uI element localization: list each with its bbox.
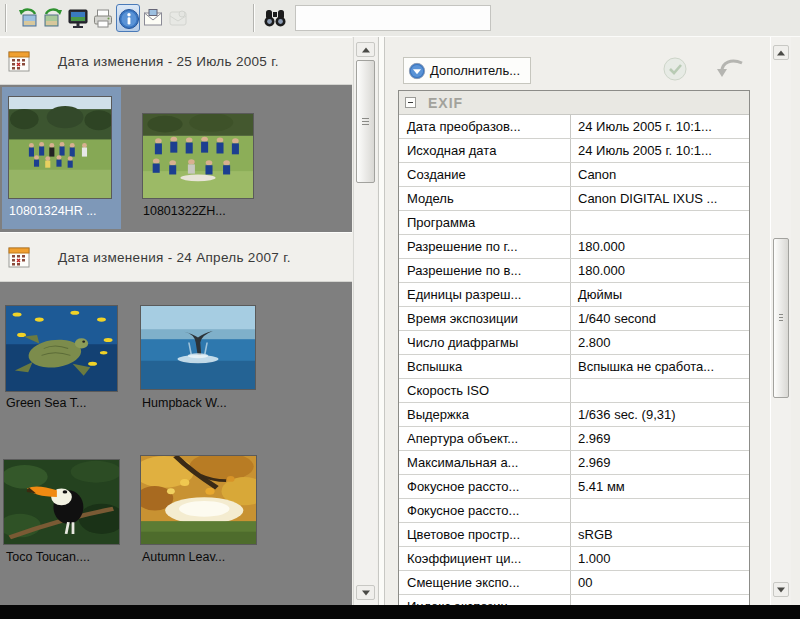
browser-scrollbar[interactable]	[353, 37, 377, 605]
property-row[interactable]: Дата преобразов... 24 Июль 2005 г. 10:1.…	[399, 115, 749, 139]
property-label: Время экспозиции	[399, 307, 571, 330]
thumbnail-item[interactable]: 10801324HR ...	[2, 87, 121, 229]
exif-section-title: EXIF	[428, 95, 463, 111]
email-envelope-icon	[141, 6, 165, 30]
more-options-button[interactable]: Дополнитель...	[403, 57, 531, 84]
property-value[interactable]	[571, 379, 749, 402]
search-input[interactable]	[295, 5, 491, 31]
exif-section-header[interactable]: EXIF	[399, 91, 749, 115]
scrollbar-thumb[interactable]	[773, 238, 789, 398]
property-row[interactable]: Фокусное рассто...	[399, 499, 749, 523]
property-row[interactable]: Программа	[399, 211, 749, 235]
email-button[interactable]	[141, 4, 165, 32]
scrollbar-thumb[interactable]	[356, 60, 375, 183]
property-row[interactable]: Коэффициент ци... 1.000	[399, 547, 749, 571]
property-value[interactable]	[571, 499, 749, 522]
property-label: Единицы разреш...	[399, 283, 571, 306]
property-label: Фокусное рассто...	[399, 475, 571, 498]
property-label: Разрешение по в...	[399, 259, 571, 282]
property-row[interactable]: Разрешение по в... 180.000	[399, 259, 749, 283]
search-binoculars-icon	[262, 6, 288, 30]
property-value[interactable]: 24 Июль 2005 г. 10:1...	[571, 139, 749, 162]
property-value[interactable]: 1/640 second	[571, 307, 749, 330]
more-options-label: Дополнитель...	[430, 63, 520, 78]
toolbar-separator	[253, 4, 255, 32]
property-value[interactable]: 24 Июль 2005 г. 10:1...	[571, 115, 749, 138]
rotate-left-icon	[16, 6, 40, 30]
property-label: Апертура объект...	[399, 427, 571, 450]
date-group-header-2[interactable]: Дата изменения - 24 Апрель 2007 г.	[0, 232, 352, 282]
thumbnail-group-2: Green Sea T... Humpback W..	[0, 282, 352, 605]
property-label: Смещение экспо...	[399, 571, 571, 594]
property-value[interactable]: 2.969	[571, 427, 749, 450]
properties-scrollbar[interactable]	[770, 37, 791, 605]
property-value[interactable]: 180.000	[571, 235, 749, 258]
thumbnail-item[interactable]: Green Sea T...	[2, 302, 122, 422]
thumbnail-label: 10801324HR ...	[9, 204, 97, 218]
property-row[interactable]: Смещение экспо... 00	[399, 571, 749, 595]
property-value[interactable]: 1.000	[571, 547, 749, 570]
slideshow-button[interactable]	[66, 4, 90, 32]
property-value[interactable]: sRGB	[571, 523, 749, 546]
property-row[interactable]: Апертура объект... 2.969	[399, 427, 749, 451]
thumbnail-item[interactable]: Autumn Leav...	[137, 452, 259, 578]
calendar-icon	[8, 49, 30, 73]
property-row[interactable]: Фокусное рассто... 5.41 мм	[399, 475, 749, 499]
info-icon	[117, 7, 141, 31]
property-label: Модель	[399, 187, 571, 210]
thumbnail-label: Autumn Leav...	[142, 550, 225, 564]
property-row[interactable]: Максимальная а... 2.969	[399, 451, 749, 475]
scroll-up-button[interactable]	[356, 42, 375, 57]
property-label: Вспышка	[399, 355, 571, 378]
property-value[interactable]: Canon	[571, 163, 749, 186]
print-button[interactable]	[91, 4, 115, 32]
property-value[interactable]: 5.41 мм	[571, 475, 749, 498]
panel-divider[interactable]	[378, 37, 385, 605]
property-label: Программа	[399, 211, 571, 234]
scroll-down-button[interactable]	[356, 585, 375, 600]
property-value[interactable]: Вспышка не сработа...	[571, 355, 749, 378]
property-row[interactable]: Разрешение по г... 180.000	[399, 235, 749, 259]
property-value[interactable]: 2.969	[571, 451, 749, 474]
property-value[interactable]: Дюймы	[571, 283, 749, 306]
property-row[interactable]: Модель Canon DIGITAL IXUS ...	[399, 187, 749, 211]
property-value[interactable]: Canon DIGITAL IXUS ...	[571, 187, 749, 210]
thumbnail-item[interactable]: Toco Toucan....	[2, 456, 122, 578]
slideshow-monitor-icon	[66, 6, 90, 30]
collapse-icon[interactable]	[405, 97, 416, 108]
bottom-edge-bar	[0, 605, 800, 619]
property-label: Создание	[399, 163, 571, 186]
property-value[interactable]: 00	[571, 571, 749, 594]
scroll-down-button[interactable]	[773, 582, 789, 597]
property-row[interactable]: Выдержка 1/636 sec. (9,31)	[399, 403, 749, 427]
thumbnail-label: Green Sea T...	[6, 396, 86, 410]
share-button[interactable]	[166, 4, 190, 32]
property-value[interactable]	[571, 211, 749, 234]
thumbnail-item[interactable]: Humpback W...	[137, 302, 259, 422]
rotate-left-button[interactable]	[16, 4, 40, 32]
property-row[interactable]: Число диафрагмы 2.800	[399, 331, 749, 355]
main-toolbar	[0, 0, 800, 37]
property-row[interactable]: Цветовое простр... sRGB	[399, 523, 749, 547]
property-row[interactable]: Время экспозиции 1/640 second	[399, 307, 749, 331]
date-group-header-1[interactable]: Дата изменения - 25 Июль 2005 г.	[0, 37, 352, 85]
info-button[interactable]	[116, 4, 140, 32]
soccer-team-photo-1	[8, 96, 112, 199]
date-group-label: Дата изменения - 25 Июль 2005 г.	[58, 54, 279, 69]
thumbnail-item[interactable]: 10801322ZH...	[124, 87, 257, 229]
thumbnail-label: 10801322ZH...	[143, 204, 226, 218]
rotate-right-button[interactable]	[41, 4, 65, 32]
property-row[interactable]: Скорость ISO	[399, 379, 749, 403]
property-value[interactable]: 2.800	[571, 331, 749, 354]
calendar-icon	[8, 245, 30, 269]
rotate-right-icon	[41, 6, 65, 30]
property-row[interactable]: Создание Canon	[399, 163, 749, 187]
property-row[interactable]: Единицы разреш... Дюймы	[399, 283, 749, 307]
property-row[interactable]: Вспышка Вспышка не сработа...	[399, 355, 749, 379]
property-value[interactable]: 1/636 sec. (9,31)	[571, 403, 749, 426]
printer-icon	[91, 6, 115, 30]
scroll-up-button[interactable]	[773, 45, 789, 60]
property-row[interactable]: Исходная дата 24 Июль 2005 г. 10:1...	[399, 139, 749, 163]
property-value[interactable]: 180.000	[571, 259, 749, 282]
date-group-label: Дата изменения - 24 Апрель 2007 г.	[58, 250, 291, 265]
